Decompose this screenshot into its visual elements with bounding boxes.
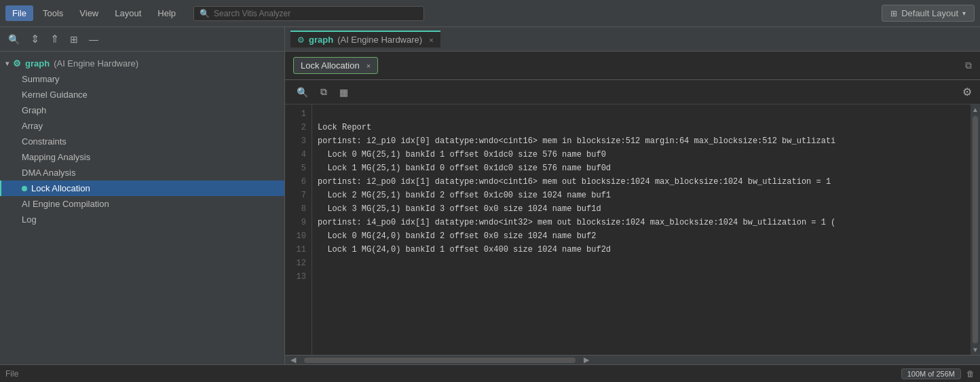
sidebar-item-constraints[interactable]: Constraints xyxy=(0,134,284,149)
sidebar-item-graph[interactable]: Graph xyxy=(0,102,284,118)
lock-panel-header: Lock Allocation × ⧉ xyxy=(285,52,980,80)
lock-allocation-tab[interactable]: Lock Allocation × xyxy=(293,57,378,74)
link-btn[interactable]: ⊞ xyxy=(67,33,81,46)
tree-group-subtitle: (AI Engine Hardware) xyxy=(54,58,138,69)
tab-gear-icon: ⚙ xyxy=(297,35,305,45)
active-indicator xyxy=(22,186,27,191)
search-input[interactable] xyxy=(214,9,418,18)
scroll-right-arrow[interactable]: ▶ xyxy=(581,355,592,364)
chevron-down-icon: ▾ xyxy=(5,60,9,67)
lock-settings-btn[interactable]: ⚙ xyxy=(962,85,972,98)
tree-group-label-text: graph xyxy=(25,58,50,69)
lock-copy-btn[interactable]: ⧉ xyxy=(317,84,331,100)
sidebar-item-mapping-analysis[interactable]: Mapping Analysis xyxy=(0,149,284,165)
menu-layout[interactable]: Layout xyxy=(108,5,148,21)
sidebar-item-dma-analysis[interactable]: DMA Analysis xyxy=(0,165,284,180)
tab-close-btn[interactable]: × xyxy=(429,36,433,44)
memory-usage-badge: 100M of 256M xyxy=(901,368,961,379)
trash-icon[interactable]: 🗑 xyxy=(966,369,975,379)
collapse-all-btn[interactable]: ⇕ xyxy=(28,31,42,47)
search-bar[interactable]: 🔍 xyxy=(193,6,424,21)
menu-file[interactable]: File xyxy=(5,5,33,21)
tree-root: ▾ ⚙ graph (AI Engine Hardware) Summary K… xyxy=(0,52,284,364)
code-content: 1 2 3 4 5 6 7 8 9 10 11 12 13 Lock xyxy=(285,104,980,355)
search-icon: 🔍 xyxy=(200,9,210,18)
statusbar: File 100M of 256M 🗑 xyxy=(0,364,980,382)
layout-icon: ⊞ xyxy=(890,9,897,18)
external-link-icon[interactable]: ⧉ xyxy=(965,60,972,71)
editor-area: ⚙ graph (AI Engine Hardware) × Lock Allo… xyxy=(285,27,980,364)
lock-search-btn[interactable]: 🔍 xyxy=(293,85,312,100)
sidebar-item-lock-allocation-label: Lock Allocation xyxy=(31,183,90,193)
layout-label: Default Layout xyxy=(901,8,958,18)
line-numbers: 1 2 3 4 5 6 7 8 9 10 11 12 13 xyxy=(285,104,312,355)
expand-all-btn[interactable]: ⇑ xyxy=(48,31,62,47)
lock-grid-btn[interactable]: ▦ xyxy=(336,85,352,100)
sidebar: 🔍 ⇕ ⇑ ⊞ — ▾ ⚙ graph (AI Engine Hardware)… xyxy=(0,27,285,364)
menu-help[interactable]: Help xyxy=(151,5,183,21)
layout-button[interactable]: ⊞ Default Layout ▾ xyxy=(882,5,975,22)
statusbar-file-label: File xyxy=(5,369,18,379)
sidebar-item-summary[interactable]: Summary xyxy=(0,71,284,87)
sidebar-item-log[interactable]: Log xyxy=(0,212,284,227)
statusbar-right: 100M of 256M 🗑 xyxy=(901,368,975,379)
chevron-down-icon: ▾ xyxy=(962,9,966,17)
sidebar-toolbar: 🔍 ⇕ ⇑ ⊞ — xyxy=(0,27,284,52)
code-viewer: 1 2 3 4 5 6 7 8 9 10 11 12 13 Lock xyxy=(285,104,980,364)
tab-label: graph xyxy=(309,35,333,45)
scroll-thumb-horizontal[interactable] xyxy=(304,358,576,363)
lock-panel: Lock Allocation × ⧉ 🔍 ⧉ ▦ ⚙ 1 2 3 xyxy=(285,52,980,364)
horizontal-scrollbar[interactable]: ◀ ▶ xyxy=(285,355,980,364)
editor-tab-bar: ⚙ graph (AI Engine Hardware) × xyxy=(285,27,980,52)
gear-icon: ⚙ xyxy=(13,58,21,69)
lock-allocation-tab-label: Lock Allocation xyxy=(301,60,360,71)
menu-view[interactable]: View xyxy=(73,5,105,21)
scroll-down-arrow[interactable]: ▼ xyxy=(970,345,980,355)
sidebar-item-array[interactable]: Array xyxy=(0,118,284,134)
scroll-up-arrow[interactable]: ▲ xyxy=(970,104,980,115)
tab-subtitle: (AI Engine Hardware) xyxy=(337,35,422,45)
scroll-left-arrow[interactable]: ◀ xyxy=(288,355,299,364)
sidebar-item-lock-allocation[interactable]: Lock Allocation xyxy=(0,180,284,196)
tree-group-graph[interactable]: ▾ ⚙ graph (AI Engine Hardware) xyxy=(0,56,284,71)
menubar: File Tools View Layout Help 🔍 ⊞ Default … xyxy=(0,0,980,27)
sidebar-item-kernel-guidance[interactable]: Kernel Guidance xyxy=(0,87,284,102)
lock-allocation-tab-close[interactable]: × xyxy=(366,62,371,70)
lock-toolbar: 🔍 ⧉ ▦ ⚙ xyxy=(285,80,980,104)
code-lines[interactable]: Lock Report portinst: i2_pi0 idx[0] data… xyxy=(312,104,970,355)
main-content: 🔍 ⇕ ⇑ ⊞ — ▾ ⚙ graph (AI Engine Hardware)… xyxy=(0,27,980,364)
scroll-thumb-vertical[interactable] xyxy=(973,116,978,343)
vertical-scrollbar[interactable]: ▲ ▼ xyxy=(970,104,980,355)
menu-tools[interactable]: Tools xyxy=(36,5,70,21)
minimize-btn[interactable]: — xyxy=(86,33,101,46)
sidebar-item-ai-engine-compilation[interactable]: AI Engine Compilation xyxy=(0,196,284,212)
search-sidebar-btn[interactable]: 🔍 xyxy=(5,33,22,46)
editor-tab-graph[interactable]: ⚙ graph (AI Engine Hardware) × xyxy=(290,31,440,47)
